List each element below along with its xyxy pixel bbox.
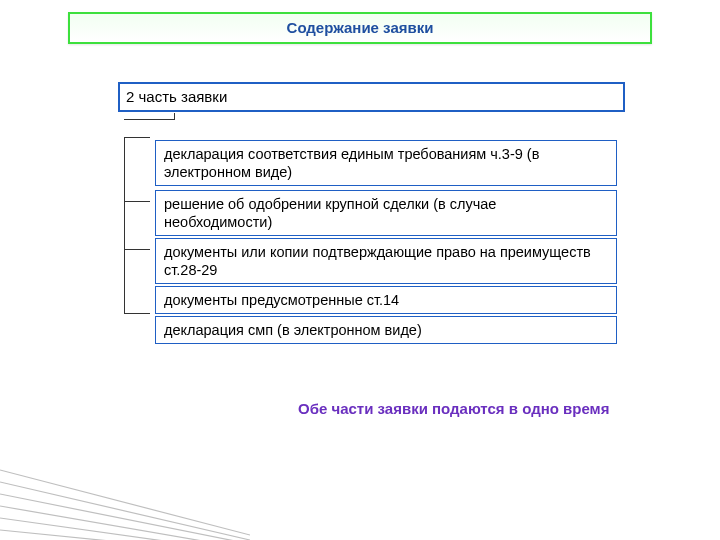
page-title: Содержание заявки (68, 12, 652, 44)
svg-line-1 (0, 482, 250, 540)
list-item: решение об одобрении крупной сделки (в с… (155, 190, 617, 236)
list-item: документы или копии подтверждающие право… (155, 238, 617, 284)
decorative-lines (0, 450, 250, 540)
list-item: декларация смп (в электронном виде) (155, 316, 617, 344)
list-item: документы предусмотренные ст.14 (155, 286, 617, 314)
list-item: декларация соответствия единым требовани… (155, 140, 617, 186)
svg-line-5 (0, 530, 180, 540)
footer-note: Обе части заявки подаются в одно время (298, 400, 628, 419)
section-part-label: 2 часть заявки (118, 82, 625, 112)
svg-line-0 (0, 470, 250, 535)
